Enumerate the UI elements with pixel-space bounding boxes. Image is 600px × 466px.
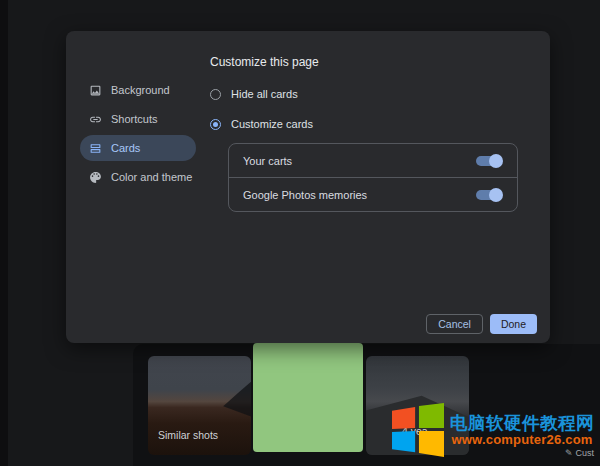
- sidebar-item-color-and-theme[interactable]: Color and theme: [80, 164, 196, 190]
- photo-tile-similar-shots[interactable]: Similar shots: [148, 356, 251, 455]
- sidebar-item-cards[interactable]: Cards: [80, 135, 196, 161]
- toggle-google-photos-memories[interactable]: [476, 190, 501, 200]
- palette-icon: [88, 170, 102, 184]
- site-watermark: 电脑软硬件教程网 www.computer26.com: [392, 402, 594, 458]
- sidebar-item-background[interactable]: Background: [80, 77, 196, 103]
- sidebar-item-label: Background: [111, 84, 170, 96]
- link-icon: [88, 112, 102, 126]
- customize-page-dialog: Customize this page Background Shortcuts…: [66, 31, 550, 343]
- cancel-button[interactable]: Cancel: [426, 314, 483, 334]
- tile-label: Similar shots: [158, 429, 218, 441]
- radio-hide-all-cards[interactable]: Hide all cards: [210, 88, 298, 100]
- windows-flag-logo-icon: [392, 402, 444, 458]
- image-icon: [88, 83, 102, 97]
- card-label: Your carts: [243, 155, 292, 167]
- radio-icon-checked[interactable]: [210, 119, 221, 130]
- watermark-site-url: www.computer26.com: [450, 433, 594, 447]
- photo-tile-green[interactable]: [253, 343, 363, 452]
- toggle-your-carts[interactable]: [476, 156, 501, 166]
- dialog-actions: Cancel Done: [426, 314, 537, 334]
- radio-icon[interactable]: [210, 89, 221, 100]
- radio-label: Hide all cards: [231, 88, 298, 100]
- cards-icon: [88, 141, 102, 155]
- done-button[interactable]: Done: [490, 314, 537, 334]
- airplane-wing-silhouette: [189, 382, 251, 422]
- cards-list: Your carts Google Photos memories: [228, 143, 518, 212]
- dialog-title: Customize this page: [210, 55, 319, 69]
- screen-edge: [0, 0, 8, 466]
- sidebar-item-label: Shortcuts: [111, 113, 157, 125]
- toggle-knob: [489, 188, 503, 202]
- card-label: Google Photos memories: [243, 189, 367, 201]
- sidebar-item-label: Color and theme: [111, 171, 192, 183]
- sidebar-item-label: Cards: [111, 142, 140, 154]
- card-row-your-carts: Your carts: [229, 144, 517, 177]
- card-row-google-photos-memories: Google Photos memories: [229, 177, 517, 211]
- watermark-site-name: 电脑软硬件教程网: [450, 413, 594, 433]
- toggle-knob: [489, 154, 503, 168]
- sidebar-item-shortcuts[interactable]: Shortcuts: [80, 106, 196, 132]
- radio-customize-cards[interactable]: Customize cards: [210, 118, 313, 130]
- radio-label: Customize cards: [231, 118, 313, 130]
